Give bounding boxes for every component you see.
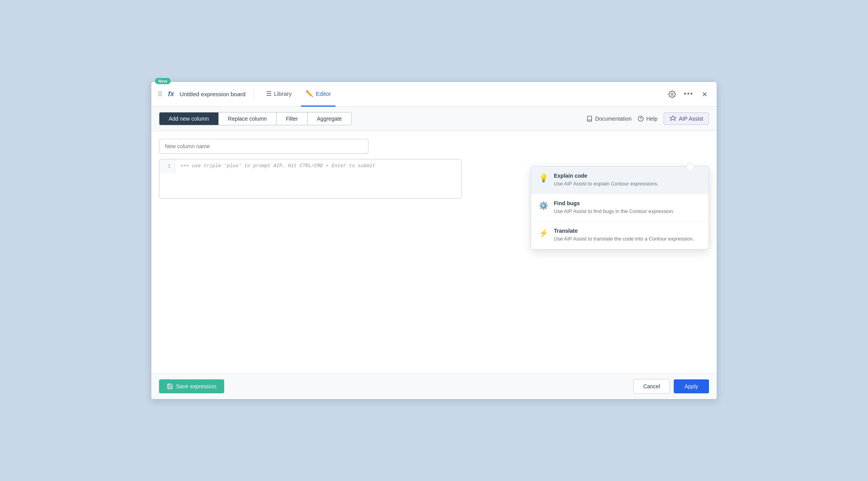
dialog-header: ⠿ fx Untitled expression board ☰ Library… bbox=[151, 82, 717, 107]
save-expression-label: Save expression bbox=[176, 383, 216, 389]
code-editor[interactable]: 1 +++ use triple 'plus' to prompt AIP. H… bbox=[159, 159, 462, 199]
aip-assist-label: AIP Assist bbox=[679, 116, 703, 122]
help-label: Help bbox=[646, 116, 657, 122]
find-bugs-desc: Use AIP Assist to find bugs in the Conto… bbox=[554, 208, 674, 215]
code-line-1: 1 +++ use triple 'plus' to prompt AIP. H… bbox=[159, 159, 461, 198]
cancel-button[interactable]: Cancel bbox=[633, 379, 670, 394]
editor-icon: ✏️ bbox=[306, 90, 313, 97]
replace-column-tab[interactable]: Replace column bbox=[219, 112, 277, 125]
aip-dropdown: 💡 Explain code Use AIP Assist to explain… bbox=[531, 166, 709, 249]
translate-title: Translate bbox=[554, 228, 694, 234]
aggregate-tab[interactable]: Aggregate bbox=[308, 112, 351, 125]
help-icon bbox=[638, 116, 644, 122]
library-tab-label: Library bbox=[274, 90, 292, 97]
find-bugs-content: Find bugs Use AIP Assist to find bugs in… bbox=[554, 200, 674, 215]
gear-icon bbox=[668, 90, 676, 98]
aip-assist-button[interactable]: AIP Assist bbox=[664, 112, 709, 125]
tab-editor[interactable]: ✏️ Editor bbox=[301, 82, 335, 107]
drag-handle-icon[interactable]: ⠿ bbox=[157, 90, 163, 99]
library-icon: ☰ bbox=[266, 90, 271, 97]
explain-code-content: Explain code Use AIP Assist to explain C… bbox=[554, 173, 659, 187]
code-placeholder-text: +++ use triple 'plus' to prompt AIP. Hit… bbox=[175, 159, 461, 198]
new-badge: New bbox=[155, 78, 171, 84]
aip-icon bbox=[669, 115, 676, 122]
save-icon bbox=[167, 383, 173, 389]
line-number-1: 1 bbox=[159, 159, 175, 173]
save-expression-button[interactable]: Save expression bbox=[159, 379, 224, 393]
find-bugs-icon: ⚙️ bbox=[539, 201, 548, 210]
filter-tab[interactable]: Filter bbox=[277, 112, 308, 125]
find-bugs-title: Find bugs bbox=[554, 200, 674, 206]
editor-toolbar: Add new column Replace column Filter Agg… bbox=[151, 107, 717, 131]
documentation-link[interactable]: Documentation bbox=[586, 116, 631, 122]
apply-button[interactable]: Apply bbox=[674, 379, 709, 393]
more-options-button[interactable]: ••• bbox=[681, 88, 696, 100]
documentation-label: Documentation bbox=[595, 116, 631, 122]
settings-button[interactable] bbox=[666, 88, 678, 100]
close-icon bbox=[701, 91, 708, 98]
explain-code-title: Explain code bbox=[554, 173, 659, 179]
nav-divider bbox=[253, 89, 254, 100]
editor-tab-label: Editor bbox=[316, 90, 331, 97]
translate-desc: Use AIP Assist to translate the code int… bbox=[554, 235, 694, 242]
close-button[interactable] bbox=[699, 88, 711, 100]
explain-code-desc: Use AIP Assist to explain Contour expres… bbox=[554, 180, 659, 187]
explain-code-icon: 💡 bbox=[539, 173, 548, 183]
tab-library[interactable]: ☰ Library bbox=[261, 82, 296, 107]
dialog-footer: Save expression Cancel Apply bbox=[151, 373, 717, 399]
fx-icon: fx bbox=[168, 90, 174, 98]
column-name-input[interactable] bbox=[159, 139, 368, 154]
translate-content: Translate Use AIP Assist to translate th… bbox=[554, 228, 694, 242]
expression-board-dialog: New ⠿ fx Untitled expression board ☰ Lib… bbox=[151, 81, 717, 400]
board-title: Untitled expression board bbox=[180, 91, 246, 97]
aip-menu-explain-code[interactable]: 💡 Explain code Use AIP Assist to explain… bbox=[531, 166, 709, 194]
translate-icon: ⚡ bbox=[539, 228, 548, 238]
help-link[interactable]: Help bbox=[638, 116, 657, 122]
aip-menu-translate[interactable]: ⚡ Translate Use AIP Assist to translate … bbox=[531, 221, 709, 249]
toolbar-right: Documentation Help AIP Assist bbox=[586, 112, 709, 125]
svg-point-0 bbox=[671, 93, 673, 95]
header-actions: ••• bbox=[666, 88, 711, 100]
aip-menu-find-bugs[interactable]: ⚙️ Find bugs Use AIP Assist to find bugs… bbox=[531, 194, 709, 221]
mode-tab-group: Add new column Replace column Filter Agg… bbox=[159, 112, 352, 125]
book-icon bbox=[586, 116, 593, 122]
add-new-column-tab[interactable]: Add new column bbox=[159, 112, 219, 125]
main-content: 1 +++ use triple 'plus' to prompt AIP. H… bbox=[151, 131, 717, 373]
ellipsis-icon: ••• bbox=[684, 90, 693, 98]
